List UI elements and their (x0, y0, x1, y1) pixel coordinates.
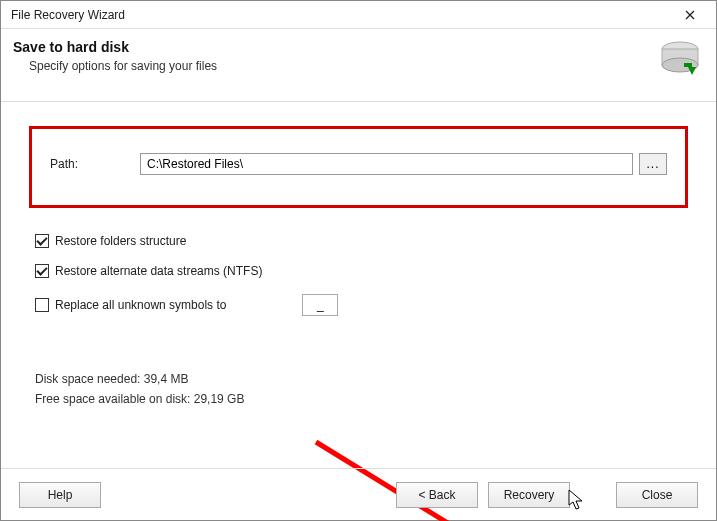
window-title: File Recovery Wizard (11, 8, 125, 22)
wizard-window: File Recovery Wizard Save to hard disk S… (0, 0, 717, 521)
restore-folders-label[interactable]: Restore folders structure (55, 234, 186, 248)
browse-button[interactable]: ... (639, 153, 667, 175)
disk-space-needed: Disk space needed: 39,4 MB (35, 372, 688, 386)
restore-ads-label[interactable]: Restore alternate data streams (NTFS) (55, 264, 262, 278)
free-space-available: Free space available on disk: 29,19 GB (35, 392, 688, 406)
stats-group: Disk space needed: 39,4 MB Free space av… (35, 372, 688, 406)
path-input[interactable] (140, 153, 633, 175)
page-title: Save to hard disk (13, 39, 704, 55)
back-button[interactable]: < Back (396, 482, 478, 508)
restore-folders-checkbox[interactable] (35, 234, 49, 248)
restore-ads-checkbox[interactable] (35, 264, 49, 278)
page-subtitle: Specify options for saving your files (29, 59, 704, 73)
replace-symbol-input[interactable] (302, 294, 338, 316)
restore-folders-row: Restore folders structure (35, 234, 688, 248)
restore-ads-row: Restore alternate data streams (NTFS) (35, 264, 688, 278)
recovery-button[interactable]: Recovery (488, 482, 570, 508)
window-close-button[interactable] (672, 2, 708, 28)
options-group: Restore folders structure Restore altern… (35, 234, 688, 316)
path-label: Path: (50, 157, 90, 171)
close-button[interactable]: Close (616, 482, 698, 508)
replace-symbols-label[interactable]: Replace all unknown symbols to (55, 298, 226, 312)
titlebar: File Recovery Wizard (1, 1, 716, 29)
path-highlight-box: Path: ... (29, 126, 688, 208)
path-input-group: ... (140, 153, 667, 175)
close-icon (685, 10, 695, 20)
help-button[interactable]: Help (19, 482, 101, 508)
hard-disk-icon (658, 37, 702, 77)
replace-symbols-row: Replace all unknown symbols to (35, 294, 688, 316)
footer-bar: Help < Back Recovery Close (1, 468, 716, 520)
replace-symbols-checkbox[interactable] (35, 298, 49, 312)
content-area: Path: ... Restore folders structure Rest… (1, 102, 716, 422)
header-section: Save to hard disk Specify options for sa… (1, 29, 716, 102)
